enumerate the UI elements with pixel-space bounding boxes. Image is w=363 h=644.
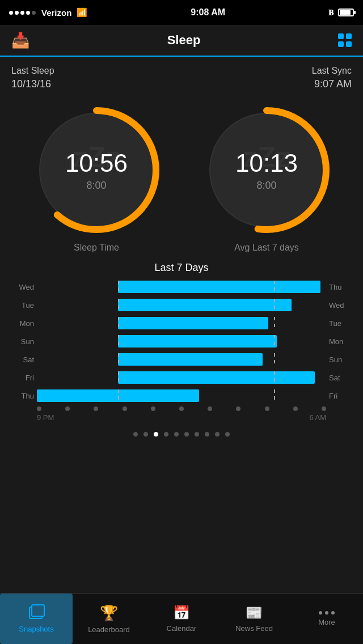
sleep-circles-row: zZz 10:56 8:00 Sleep Time zZz 10:13 8:00… — [0, 96, 363, 253]
calendar-icon: 📅 — [173, 605, 190, 621]
sleep-chart-section: Last 7 Days WedThuTueWedMonTueSunMonSatS… — [0, 253, 363, 422]
page-dot[interactable] — [164, 432, 168, 437]
inbox-icon[interactable]: 📥 — [11, 32, 29, 49]
last-sync-time: 9:07 AM — [312, 77, 352, 91]
dashed-line-start — [118, 353, 119, 367]
tab-bar: Snapshots 🏆 Leaderboard 📅 Calendar 📰 New… — [0, 593, 363, 644]
carrier-label: Verizon — [41, 8, 71, 18]
row-right-label: Wed — [329, 301, 352, 310]
last-sync-label: Last Sync — [312, 65, 352, 77]
tab-newsfeed[interactable]: 📰 News Feed — [218, 594, 290, 644]
row-left-label: Fri — [11, 374, 34, 382]
chart-row: FriSat — [37, 371, 326, 385]
tab-calendar-label: Calendar — [167, 624, 197, 633]
page-dot[interactable] — [174, 432, 179, 437]
app-header: 📥 Sleep — [0, 25, 363, 57]
sleep-bar — [118, 299, 292, 311]
row-left-label: Sun — [11, 337, 34, 346]
page-dot[interactable] — [184, 432, 189, 437]
chart-row: SunMon — [37, 335, 326, 349]
snapshots-icon — [27, 604, 46, 621]
row-right-label: Thu — [329, 283, 352, 291]
row-left-label: Thu — [11, 392, 34, 400]
dashed-line-end — [274, 317, 275, 331]
xaxis-end-label: 6 AM — [309, 413, 326, 422]
sleep-info-row: Last Sleep 10/13/16 Last Sync 9:07 AM — [0, 57, 363, 96]
chart-row: WedThu — [37, 281, 326, 294]
dashed-line-end — [274, 299, 275, 312]
page-indicator — [0, 422, 363, 443]
chart-bars: WedThuTueWedMonTueSunMonSatSunFriSatThuF… — [37, 281, 326, 403]
page-dot[interactable] — [143, 432, 148, 437]
tab-leaderboard-label: Leaderboard — [88, 625, 130, 634]
last-sleep-date: 10/13/16 — [11, 77, 54, 91]
wifi-icon: 📶 — [77, 7, 87, 18]
dashed-line-end — [274, 371, 275, 385]
chart-row: MonTue — [37, 317, 326, 331]
sleep-time-circle: zZz 10:56 8:00 Sleep Time — [28, 102, 164, 253]
sleep-bar — [118, 281, 320, 293]
chart-xaxis-labels: 9 PM 6 AM — [37, 413, 326, 422]
tab-snapshots-label: Snapshots — [19, 625, 53, 633]
avg-sleep-circle: zZz 10:13 8:00 Avg Last 7 days — [199, 102, 335, 253]
page-dot[interactable] — [205, 432, 209, 437]
tab-snapshots[interactable]: Snapshots — [0, 594, 73, 644]
tab-more[interactable]: More — [290, 594, 363, 644]
dashed-line-start — [118, 389, 119, 403]
page-dot[interactable] — [215, 432, 220, 437]
dashed-line-end — [274, 335, 275, 349]
row-left-label: Tue — [11, 301, 34, 310]
page-dot[interactable] — [195, 432, 199, 437]
status-right: 𝐁 — [328, 8, 354, 18]
more-icon — [319, 611, 335, 615]
sleep-time-label: Sleep Time — [74, 243, 119, 253]
header-title: Sleep — [167, 33, 201, 48]
chart-area: WedThuTueWedMonTueSunMonSatSunFriSatThuF… — [11, 281, 352, 422]
dashed-line-end — [274, 353, 275, 367]
status-bar: Verizon 📶 9:08 AM 𝐁 — [0, 0, 363, 25]
avg-sleep-value: 10:13 — [235, 149, 298, 177]
page-dot[interactable] — [225, 432, 230, 437]
page-dot[interactable] — [133, 432, 138, 437]
row-left-label: Wed — [11, 283, 34, 291]
tab-newsfeed-label: News Feed — [235, 624, 273, 633]
sleep-bar — [118, 371, 315, 384]
dashed-line-start — [118, 299, 119, 312]
avg-sleep-goal: 8:00 — [235, 179, 298, 191]
chart-row: ThuFri — [37, 389, 326, 403]
status-time: 9:08 AM — [191, 7, 225, 18]
bluetooth-icon: 𝐁 — [328, 8, 334, 18]
chart-xaxis-dots — [37, 406, 326, 411]
last-sleep-label: Last Sleep — [11, 65, 54, 77]
dashed-line-end — [274, 281, 275, 294]
row-right-label: Sun — [329, 355, 352, 364]
dashed-line-start — [118, 281, 119, 294]
tab-calendar[interactable]: 📅 Calendar — [145, 594, 218, 644]
row-left-label: Sat — [11, 355, 34, 364]
dashed-line-start — [118, 371, 119, 385]
dashed-line-start — [118, 317, 119, 331]
sleep-bar — [118, 353, 263, 366]
row-right-label: Fri — [329, 392, 352, 400]
avg-sleep-label: Avg Last 7 days — [234, 243, 299, 253]
dashed-line-start — [118, 335, 119, 349]
chart-row: TueWed — [37, 299, 326, 312]
dashed-line-end — [274, 389, 275, 403]
signal-strength — [9, 11, 36, 15]
xaxis-start-label: 9 PM — [37, 413, 54, 422]
leaderboard-icon: 🏆 — [100, 604, 118, 622]
row-right-label: Mon — [329, 337, 352, 346]
page-dot[interactable] — [154, 432, 158, 437]
tab-leaderboard[interactable]: 🏆 Leaderboard — [73, 594, 145, 644]
newsfeed-icon: 📰 — [246, 605, 263, 621]
grid-view-icon[interactable] — [338, 33, 352, 47]
chart-title: Last 7 Days — [11, 262, 352, 274]
status-left: Verizon 📶 — [9, 7, 87, 18]
row-right-label: Tue — [329, 319, 352, 328]
chart-row: SatSun — [37, 353, 326, 367]
row-left-label: Mon — [11, 319, 34, 328]
sleep-bar — [118, 317, 268, 329]
row-right-label: Sat — [329, 374, 352, 382]
sleep-time-value: 10:56 — [65, 149, 128, 177]
sleep-bar — [118, 335, 277, 348]
